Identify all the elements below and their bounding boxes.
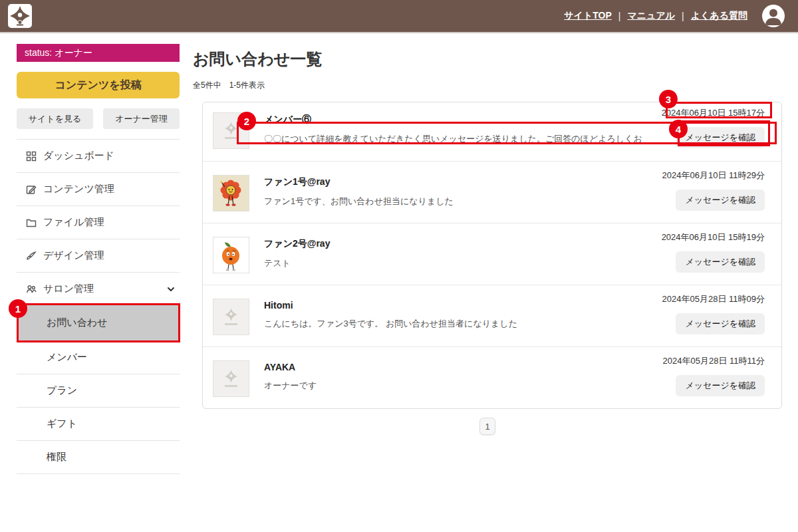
sidebar-item-content[interactable]: コンテンツ管理 [17, 172, 180, 205]
page-layout: status: オーナー コンテンツを投稿 サイトを見る オーナー管理 ダッシュ… [0, 33, 798, 474]
inquiry-message: テスト [264, 257, 642, 269]
user-avatar-icon[interactable] [762, 5, 785, 27]
check-message-button[interactable]: メッセージを確認 [676, 127, 765, 148]
inquiry-body: ファン2号@ray テスト [249, 237, 642, 285]
inquiry-sender-name: ファン2号@ray [264, 238, 642, 250]
sidebar-item-label: ダッシュボード [43, 150, 114, 162]
sidebar-subitem-plan[interactable]: プラン [17, 374, 180, 407]
check-message-button[interactable]: メッセージを確認 [676, 190, 765, 211]
sidebar-item-label: ファイル管理 [43, 216, 104, 229]
orange-character-avatar [213, 237, 249, 273]
sidebar-subitem-inquiry[interactable]: お問い合わせ [17, 305, 180, 340]
inquiry-message: 〇〇について詳細を教えていただきたく思いメッセージを送りました。ご回答のほどよろ… [264, 133, 642, 145]
sidebar-item-design[interactable]: デザイン管理 [17, 239, 180, 272]
dashboard-icon [26, 151, 37, 162]
sidebar-subitem-label: ギフト [47, 418, 77, 430]
link-separator: | [682, 11, 684, 21]
inquiry-date: 2024年06月10日 11時29分 [662, 170, 765, 182]
post-content-button[interactable]: コンテンツを投稿 [17, 72, 180, 98]
link-separator: | [618, 11, 621, 21]
sidebar-item-label: サロン管理 [43, 283, 94, 295]
sidebar-quick-buttons: サイトを見る オーナー管理 [17, 108, 180, 129]
inquiry-list: メンバー⑥ 〇〇について詳細を教えていただきたく思いメッセージを送りました。ご回… [202, 102, 782, 409]
inquiry-date: 2024年05月28日 11時11分 [663, 355, 765, 367]
check-message-button[interactable]: メッセージを確認 [676, 251, 765, 273]
page-title: お問い合わせ一覧 [193, 50, 782, 68]
inquiry-sender-name: AYAKA [264, 362, 642, 372]
sidebar-subitem-label: お問い合わせ [47, 317, 107, 329]
placeholder-avatar [213, 299, 249, 335]
inquiry-body: メンバー⑥ 〇〇について詳細を教えていただきたく思いメッセージを送りました。ご回… [249, 112, 642, 161]
sidebar-item-label: コンテンツ管理 [43, 183, 114, 196]
inquiry-date: 2024年06月10日 15時17分 [662, 107, 765, 119]
header-link-faq[interactable]: よくある質問 [691, 10, 747, 22]
sidebar-subitem-label: プラン [47, 384, 77, 397]
flower-character-avatar [213, 175, 249, 211]
inquiry-message: オーナーです [264, 380, 642, 392]
salon-icon [26, 284, 37, 295]
header-link-site-top[interactable]: サイトTOP [564, 10, 612, 22]
inquiry-row: ファン1号@ray ファン1号です、お問い合わせ担当になりました 2024年06… [203, 161, 781, 223]
sidebar-subitem-member[interactable]: メンバー [17, 340, 180, 374]
inquiry-sender-name: メンバー⑥ [264, 114, 642, 126]
inquiry-date: 2024年05月28日 11時09分 [662, 293, 765, 305]
sidebar-subitem-permission[interactable]: 権限 [17, 440, 180, 473]
inquiry-message: こんにちは。ファン3号です。 お問い合わせ担当者になりました [264, 318, 642, 330]
inquiry-date: 2024年06月10日 15時19分 [662, 231, 765, 243]
inquiry-sender-name: Hitomi [264, 300, 642, 311]
design-icon [26, 251, 37, 261]
inquiry-row: Hitomi こんにちは。ファン3号です。 お問い合わせ担当者になりました 20… [203, 285, 781, 346]
brand-logo-icon[interactable] [8, 4, 32, 28]
pagination: 1 [193, 418, 782, 435]
inquiry-meta: 2024年06月10日 11時29分 メッセージを確認 [642, 170, 765, 223]
placeholder-avatar [213, 360, 249, 397]
page-number-button[interactable]: 1 [479, 418, 495, 435]
file-icon [26, 217, 37, 228]
inquiry-sender-name: ファン1号@ray [264, 176, 642, 188]
sidebar-item-salon[interactable]: サロン管理 [17, 272, 180, 305]
sidebar-item-label: デザイン管理 [43, 249, 104, 262]
owner-admin-button[interactable]: オーナー管理 [103, 108, 180, 129]
header-link-manual[interactable]: マニュアル [627, 10, 675, 22]
chevron-down-icon [166, 285, 176, 294]
sidebar-subitem-gift[interactable]: ギフト [17, 407, 180, 440]
inquiry-row: AYAKA オーナーです 2024年05月28日 11時11分 メッセージを確認 [203, 346, 781, 408]
sidebar-subitem-label: 権限 [47, 451, 66, 464]
inquiry-meta: 2024年05月28日 11時09分 メッセージを確認 [642, 293, 765, 346]
app-header: サイトTOP | マニュアル | よくある質問 [0, 0, 798, 33]
inquiry-row: メンバー⑥ 〇〇について詳細を教えていただきたく思いメッセージを送りました。ご回… [203, 102, 781, 161]
inquiry-row: ファン2号@ray テスト 2024年06月10日 15時19分 メッセージを確… [203, 223, 781, 285]
inquiry-meta: 2024年06月10日 15時19分 メッセージを確認 [642, 231, 765, 285]
main-content: お問い合わせ一覧 全5件中 1-5件表示 メンバー⑥ 〇〇について詳細を教えてい… [193, 33, 798, 474]
sidebar-item-file[interactable]: ファイル管理 [17, 205, 180, 239]
inquiry-body: AYAKA オーナーです [249, 360, 642, 408]
sidebar-menu: ダッシュボード コンテンツ管理 ファイル管理 デザイン管理 サロン管理 お問い合… [17, 139, 180, 474]
check-message-button[interactable]: メッセージを確認 [676, 375, 765, 396]
status-badge: status: オーナー [17, 44, 180, 62]
sidebar-subitem-label: メンバー [47, 351, 87, 364]
inquiry-body: ファン1号@ray ファン1号です、お問い合わせ担当になりました [249, 175, 642, 223]
inquiry-meta: 2024年06月10日 15時17分 メッセージを確認 [642, 107, 765, 161]
placeholder-avatar [213, 112, 249, 149]
inquiry-body: Hitomi こんにちは。ファン3号です。 お問い合わせ担当者になりました [249, 299, 642, 346]
sidebar: status: オーナー コンテンツを投稿 サイトを見る オーナー管理 ダッシュ… [0, 33, 193, 474]
sidebar-item-dashboard[interactable]: ダッシュボード [17, 139, 180, 172]
check-message-button[interactable]: メッセージを確認 [676, 313, 765, 334]
result-count: 全5件中 1-5件表示 [193, 80, 782, 91]
inquiry-message: ファン1号です、お問い合わせ担当になりました [264, 196, 642, 207]
header-links: サイトTOP | マニュアル | よくある質問 [564, 5, 785, 27]
content-icon [26, 184, 37, 195]
view-site-button[interactable]: サイトを見る [17, 108, 93, 129]
inquiry-meta: 2024年05月28日 11時11分 メッセージを確認 [642, 355, 765, 408]
